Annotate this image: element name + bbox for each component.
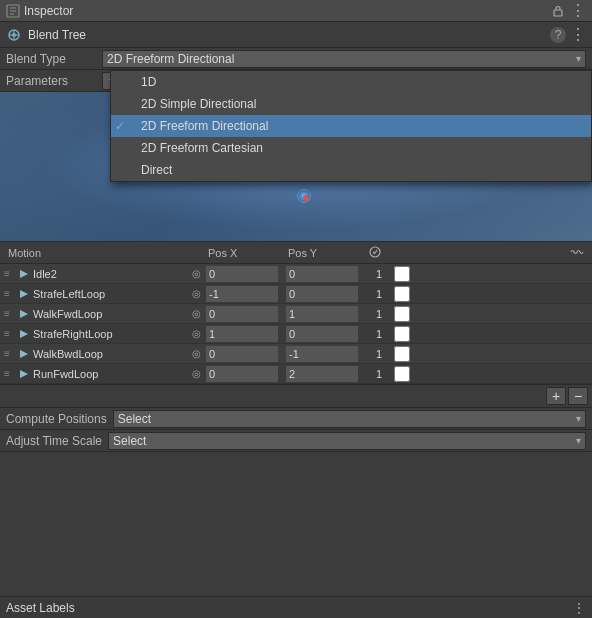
table-row: ≡ StrafeRightLoop ◎ 1 <box>0 324 592 344</box>
menu-icon[interactable]: ⋮ <box>570 3 586 19</box>
blend-type-select[interactable]: 2D Freeform Directional <box>102 50 586 68</box>
posx-input[interactable] <box>206 306 278 322</box>
adjust-timescale-label: Adjust Time Scale <box>6 434 102 448</box>
asset-labels-text: Asset Labels <box>6 601 75 615</box>
table-rows: ≡ Idle2 ◎ 1 ≡ StrafeLeftLoo <box>0 264 592 384</box>
animation-icon <box>18 368 30 380</box>
posx-input[interactable] <box>206 366 278 382</box>
header-title: Blend Tree <box>28 28 86 42</box>
drag-handle[interactable]: ≡ <box>4 308 18 319</box>
motion-target-btn[interactable]: ◎ <box>188 286 204 302</box>
remove-row-button[interactable]: − <box>568 387 588 405</box>
drag-handle[interactable]: ≡ <box>4 368 18 379</box>
blend-tree-icon <box>6 27 22 43</box>
posy-cell <box>284 286 364 302</box>
extra-cell: 1 <box>364 348 394 360</box>
posy-cell <box>284 366 364 382</box>
table-row: ≡ StrafeLeftLoop ◎ 1 <box>0 284 592 304</box>
extra-cell: 1 <box>364 308 394 320</box>
dropdown-item-1d[interactable]: 1D <box>111 71 591 93</box>
asset-labels-menu[interactable]: ⋮ <box>572 600 586 616</box>
dropdown-item-2d-freeform-cart[interactable]: 2D Freeform Cartesian <box>111 137 591 159</box>
title-bar: Inspector ⋮ <box>0 0 592 22</box>
compute-positions-label: Compute Positions <box>6 412 107 426</box>
svg-rect-4 <box>554 10 562 16</box>
extra-cell: 1 <box>364 288 394 300</box>
posy-input[interactable] <box>286 286 358 302</box>
posx-cell <box>204 326 284 342</box>
posx-input[interactable] <box>206 286 278 302</box>
motion-name: RunFwdLoop <box>33 368 185 380</box>
drag-handle[interactable]: ≡ <box>4 288 18 299</box>
dropdown-item-2d-simple[interactable]: 2D Simple Directional <box>111 93 591 115</box>
motion-name: Idle2 <box>33 268 185 280</box>
posy-cell <box>284 326 364 342</box>
motion-target-btn[interactable]: ◎ <box>188 346 204 362</box>
posx-cell <box>204 366 284 382</box>
asset-labels-bar: Asset Labels ⋮ <box>0 596 592 618</box>
row-checkbox[interactable] <box>394 266 410 282</box>
table-header: Motion Pos X Pos Y <box>0 242 592 264</box>
motion-target-btn[interactable]: ◎ <box>188 306 204 322</box>
compute-positions-select[interactable]: Select <box>113 410 586 428</box>
posy-input[interactable] <box>286 266 358 282</box>
posy-cell <box>284 306 364 322</box>
compute-positions-row: Compute Positions Select <box>0 408 592 430</box>
row-checkbox[interactable] <box>394 346 410 362</box>
add-row-button[interactable]: + <box>546 387 566 405</box>
svg-marker-15 <box>20 370 28 378</box>
animation-icon <box>18 348 30 360</box>
svg-marker-10 <box>20 270 28 278</box>
posx-input[interactable] <box>206 326 278 342</box>
row-checkbox[interactable] <box>394 366 410 382</box>
inspector-icon <box>6 4 20 18</box>
th-wave-icon <box>566 245 588 261</box>
posy-input[interactable] <box>286 326 358 342</box>
animation-icon <box>18 328 30 340</box>
posy-cell <box>284 266 364 282</box>
motion-target-btn[interactable]: ◎ <box>188 266 204 282</box>
posy-input[interactable] <box>286 346 358 362</box>
motion-cell: WalkFwdLoop ◎ <box>18 306 204 322</box>
drag-handle[interactable]: ≡ <box>4 328 18 339</box>
drag-handle[interactable]: ≡ <box>4 268 18 279</box>
parameters-label: Parameters <box>6 74 96 88</box>
motion-cell: Idle2 ◎ <box>18 266 204 282</box>
center-marker <box>303 195 309 201</box>
posx-input[interactable] <box>206 266 278 282</box>
blend-type-label: Blend Type <box>6 52 96 66</box>
help-icon[interactable]: ? <box>550 27 566 43</box>
svg-marker-13 <box>20 330 28 338</box>
motion-cell: RunFwdLoop ◎ <box>18 366 204 382</box>
blend-type-row: Blend Type 2D Freeform Directional 1D 2D… <box>0 48 592 70</box>
posx-cell <box>204 306 284 322</box>
extra-cell: 1 <box>364 368 394 380</box>
animation-icon <box>18 268 30 280</box>
dropdown-item-direct[interactable]: Direct <box>111 159 591 181</box>
motion-table: Motion Pos X Pos Y ≡ Idle <box>0 242 592 407</box>
lock-icon[interactable] <box>550 3 566 19</box>
title-bar-text: Inspector <box>24 4 73 18</box>
adjust-timescale-select[interactable]: Select <box>108 432 586 450</box>
motion-target-btn[interactable]: ◎ <box>188 366 204 382</box>
posx-input[interactable] <box>206 346 278 362</box>
header-menu-icon[interactable]: ⋮ <box>570 27 586 43</box>
drag-handle[interactable]: ≡ <box>4 348 18 359</box>
th-motion: Motion <box>4 247 204 259</box>
blend-type-dropdown: 1D 2D Simple Directional ✓ 2D Freeform D… <box>110 70 592 182</box>
posx-cell <box>204 266 284 282</box>
table-row: ≡ WalkFwdLoop ◎ 1 <box>0 304 592 324</box>
posy-input[interactable] <box>286 306 358 322</box>
dropdown-item-2d-freeform-dir[interactable]: ✓ 2D Freeform Directional <box>111 115 591 137</box>
row-checkbox[interactable] <box>394 326 410 342</box>
svg-marker-14 <box>20 350 28 358</box>
posy-input[interactable] <box>286 366 358 382</box>
row-checkbox[interactable] <box>394 286 410 302</box>
posx-cell <box>204 346 284 362</box>
table-row: ≡ RunFwdLoop ◎ 1 <box>0 364 592 384</box>
motion-cell: StrafeLeftLoop ◎ <box>18 286 204 302</box>
row-checkbox[interactable] <box>394 306 410 322</box>
motion-name: StrafeLeftLoop <box>33 288 185 300</box>
motion-target-btn[interactable]: ◎ <box>188 326 204 342</box>
extra-cell: 1 <box>364 328 394 340</box>
